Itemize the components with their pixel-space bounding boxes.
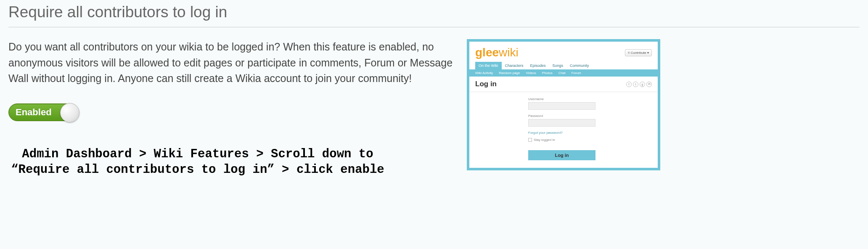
instructions-line-1: Admin Dashboard > Wiki Features > Scroll… xyxy=(8,146,387,162)
password-field[interactable] xyxy=(528,119,595,127)
password-label: Password xyxy=(528,114,658,118)
toggle-knob-icon xyxy=(60,103,79,122)
subtab-wiki-activity[interactable]: Wiki Activity xyxy=(475,71,493,75)
login-button[interactable]: Log in xyxy=(528,150,595,160)
tabs-row: On the Wiki Characters Episodes Songs Co… xyxy=(469,59,658,69)
checkbox-icon[interactable] xyxy=(528,138,532,142)
tab-characters[interactable]: Characters xyxy=(502,62,527,69)
subtabs-row: Wiki Activity Random page Videos Photos … xyxy=(469,69,658,77)
username-label: Username xyxy=(528,97,658,101)
enable-toggle[interactable]: Enabled xyxy=(8,103,79,121)
subtab-forum[interactable]: Forum xyxy=(572,71,581,75)
facebook-icon[interactable]: f xyxy=(626,82,632,87)
toggle-label: Enabled xyxy=(16,107,52,118)
logo-prefix: glee xyxy=(475,46,499,59)
stay-logged-in[interactable]: Stay logged in xyxy=(528,138,658,142)
chevron-down-icon: ▾ xyxy=(646,51,649,55)
preview-logo: gleewiki xyxy=(475,46,519,59)
login-heading: Log in xyxy=(475,80,497,88)
instructions-line-2: “Require all contributors to log in” > c… xyxy=(8,162,387,178)
subtab-random-page[interactable]: Random page xyxy=(499,71,520,75)
forgot-password-link[interactable]: Forgot your password? xyxy=(528,131,658,135)
login-bar: Log in f t g ✉ xyxy=(469,77,658,92)
left-column: Do you want all contributors on your wik… xyxy=(8,39,454,178)
email-icon[interactable]: ✉ xyxy=(646,82,652,87)
preview-screenshot: gleewiki ≡ Contribute ▾ On the Wiki Char… xyxy=(467,39,660,170)
contribute-button[interactable]: ≡ Contribute ▾ xyxy=(625,49,652,56)
tab-songs[interactable]: Songs xyxy=(549,62,567,69)
tab-on-the-wiki[interactable]: On the Wiki xyxy=(475,62,502,69)
login-form: Username Password Forgot your password? … xyxy=(469,92,658,168)
tab-episodes[interactable]: Episodes xyxy=(527,62,549,69)
hamburger-icon: ≡ xyxy=(628,51,631,55)
subtab-photos[interactable]: Photos xyxy=(542,71,553,75)
logo-suffix: wiki xyxy=(499,46,519,59)
subtab-chat[interactable]: Chat xyxy=(558,71,566,75)
google-icon[interactable]: g xyxy=(640,82,645,87)
feature-description: Do you want all contributors on your wik… xyxy=(8,39,454,87)
feature-title: Require all contributors to log in xyxy=(8,0,860,27)
content-row: Do you want all contributors on your wik… xyxy=(8,39,860,178)
preview-header: gleewiki ≡ Contribute ▾ xyxy=(469,42,658,59)
contribute-label: Contribute xyxy=(631,51,646,55)
social-icons: f t g ✉ xyxy=(626,82,652,87)
instructions-text: Admin Dashboard > Wiki Features > Scroll… xyxy=(8,146,387,178)
subtab-videos[interactable]: Videos xyxy=(526,71,536,75)
stay-label: Stay logged in xyxy=(534,138,555,142)
twitter-icon[interactable]: t xyxy=(633,82,638,87)
username-field[interactable] xyxy=(528,102,595,110)
tab-community[interactable]: Community xyxy=(566,62,593,69)
